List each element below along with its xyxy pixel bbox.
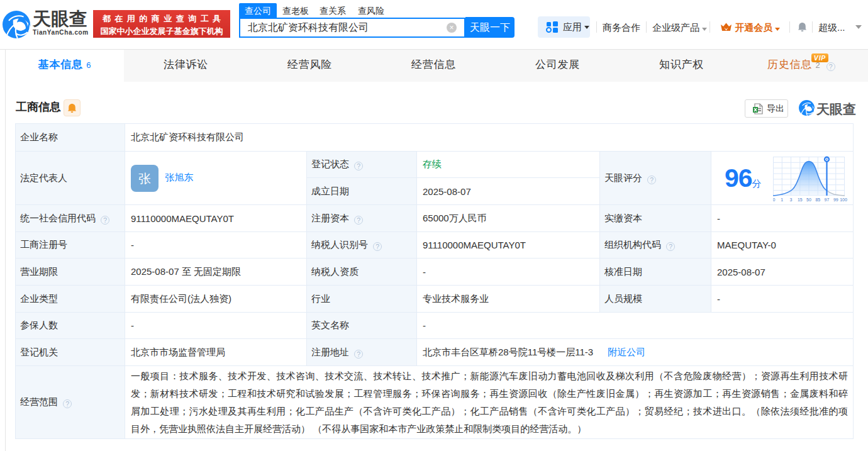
- svg-text:99: 99: [833, 198, 838, 202]
- svg-text:85: 85: [815, 198, 820, 202]
- svg-text:0: 0: [773, 198, 776, 202]
- svg-text:50: 50: [806, 198, 811, 202]
- svg-text:15: 15: [798, 198, 803, 202]
- svg-text:100: 100: [840, 198, 847, 202]
- svg-text:1: 1: [781, 198, 783, 202]
- svg-text:97: 97: [825, 198, 830, 202]
- svg-text:3: 3: [790, 198, 793, 202]
